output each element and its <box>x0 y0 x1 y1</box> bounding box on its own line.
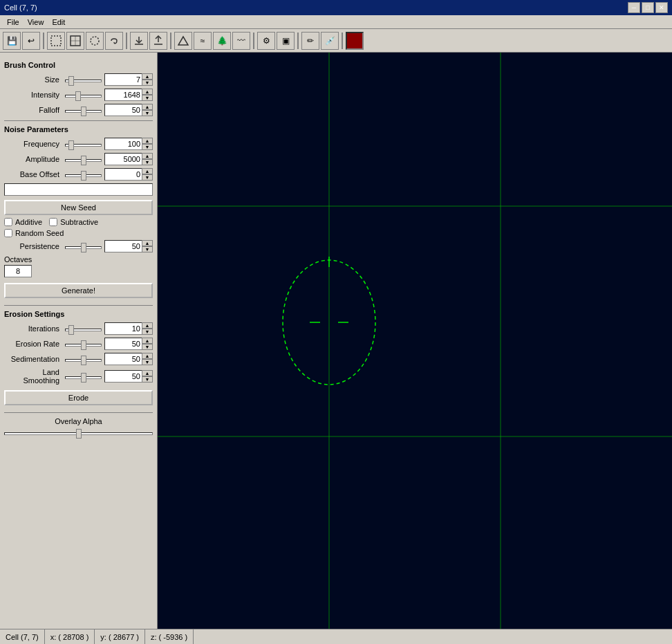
menu-view[interactable]: View <box>24 17 48 28</box>
intensity-input[interactable] <box>104 89 142 101</box>
sedimentation-spin-down[interactable]: ▼ <box>142 359 153 365</box>
import-button[interactable] <box>130 32 148 50</box>
minimize-button[interactable]: ─ <box>628 2 640 13</box>
maximize-button[interactable]: □ <box>642 2 654 13</box>
frequency-input[interactable] <box>104 138 142 150</box>
additive-checkbox[interactable] <box>4 218 12 226</box>
size-spin-buttons: ▲ ▼ <box>142 73 153 86</box>
land-smoothing-spin-up[interactable]: ▲ <box>142 370 153 376</box>
sedimentation-label: Sedimentation <box>4 355 59 363</box>
menu-edit[interactable]: Edit <box>48 17 69 28</box>
sedimentation-spin-buttons: ▲ ▼ <box>142 353 153 365</box>
erosion-rate-spin-down[interactable]: ▼ <box>142 344 153 350</box>
frequency-spinbox: ▲ ▼ <box>104 138 153 150</box>
save-button[interactable]: 💾 <box>3 32 21 50</box>
close-button[interactable]: ✕ <box>655 2 668 13</box>
tree-button[interactable]: 🌲 <box>213 32 231 50</box>
water-button[interactable]: 〰 <box>232 32 250 50</box>
intensity-slider[interactable] <box>65 95 102 98</box>
toolbar-sep-6 <box>342 33 343 49</box>
erosion-rate-spin-up[interactable]: ▲ <box>142 338 153 344</box>
select-rect-button[interactable] <box>47 32 65 50</box>
size-input[interactable] <box>104 73 142 86</box>
size-spin-up[interactable]: ▲ <box>142 73 153 80</box>
title-controls: ─ □ ✕ <box>628 2 668 13</box>
random-seed-checkbox[interactable] <box>4 229 12 237</box>
frequency-slider[interactable] <box>65 144 102 147</box>
intensity-spin-down[interactable]: ▼ <box>142 95 153 101</box>
status-x-text: x: ( 28708 ) <box>50 633 89 641</box>
land-smoothing-input[interactable] <box>104 370 142 383</box>
lasso-button[interactable] <box>105 32 123 50</box>
falloff-spin-down[interactable]: ▼ <box>142 110 153 116</box>
size-slider-wrapper <box>62 75 104 84</box>
view-button[interactable]: ▣ <box>277 32 295 50</box>
amplitude-spin-up[interactable]: ▲ <box>142 153 153 159</box>
undo-button[interactable]: ↩ <box>22 32 40 50</box>
sedimentation-input[interactable] <box>104 353 142 365</box>
base-offset-slider[interactable] <box>65 174 102 177</box>
status-x: x: ( 28708 ) <box>45 629 95 644</box>
persistence-input[interactable] <box>104 240 142 252</box>
toolbar-sep-4 <box>253 33 254 49</box>
iterations-spin-up[interactable]: ▲ <box>142 322 153 329</box>
canvas-area[interactable] <box>158 53 672 629</box>
overlay-alpha-slider[interactable] <box>4 432 153 435</box>
seed-input[interactable] <box>4 183 153 196</box>
iterations-slider[interactable] <box>65 329 102 331</box>
frequency-spin-up[interactable]: ▲ <box>142 138 153 144</box>
svg-rect-0 <box>51 36 61 46</box>
divider-2 <box>4 305 153 306</box>
size-spin-down[interactable]: ▼ <box>142 80 153 86</box>
amplitude-slider-wrapper <box>62 155 104 163</box>
base-offset-spinbox: ▲ ▼ <box>104 168 153 181</box>
intensity-spin-up[interactable]: ▲ <box>142 89 153 95</box>
persistence-spin-up[interactable]: ▲ <box>142 240 153 246</box>
intensity-spin-buttons: ▲ ▼ <box>142 89 153 101</box>
export-button[interactable] <box>149 32 167 50</box>
base-offset-spin-up[interactable]: ▲ <box>142 168 153 174</box>
terrain-button[interactable] <box>174 32 192 50</box>
falloff-input[interactable] <box>104 104 142 116</box>
octaves-input[interactable] <box>4 265 32 277</box>
iterations-spin-down[interactable]: ▼ <box>142 329 153 335</box>
erosion-rate-input[interactable] <box>104 338 142 350</box>
persistence-spin-down[interactable]: ▼ <box>142 246 153 252</box>
sedimentation-slider[interactable] <box>65 359 102 362</box>
base-offset-input[interactable] <box>104 168 142 181</box>
base-offset-spin-down[interactable]: ▼ <box>142 174 153 181</box>
color-box[interactable] <box>346 32 364 50</box>
land-smoothing-slider[interactable] <box>65 376 102 379</box>
erosion-rate-slider[interactable] <box>65 344 102 347</box>
iterations-row: Iterations ▲ ▼ <box>4 322 153 335</box>
amplitude-spin-down[interactable]: ▼ <box>142 159 153 165</box>
erosion-rate-spin-buttons: ▲ ▼ <box>142 338 153 350</box>
land-smoothing-label: Land Smoothing <box>4 368 59 385</box>
size-slider[interactable] <box>65 80 102 82</box>
select-rect2-button[interactable] <box>66 32 84 50</box>
persistence-slider[interactable] <box>65 246 102 249</box>
pencil-button[interactable]: ✏ <box>301 32 319 50</box>
new-seed-button[interactable]: New Seed <box>4 200 153 215</box>
noise-button[interactable]: ≈ <box>194 32 212 50</box>
amplitude-slider[interactable] <box>65 159 102 162</box>
eyedropper-button[interactable]: 💉 <box>321 32 339 50</box>
generate-button[interactable]: Generate! <box>4 283 153 298</box>
iterations-input[interactable] <box>104 322 142 335</box>
status-cell: Cell (7, 7) <box>0 629 45 644</box>
frequency-spin-down[interactable]: ▼ <box>142 144 153 150</box>
subtractive-checkbox[interactable] <box>49 218 57 226</box>
erode-button[interactable]: Erode <box>4 390 153 405</box>
iterations-spin-buttons: ▲ ▼ <box>142 322 153 335</box>
select-circle-button[interactable] <box>86 32 104 50</box>
land-smoothing-spin-down[interactable]: ▼ <box>142 376 153 383</box>
export-icon <box>153 35 164 46</box>
settings-button[interactable]: ⚙ <box>257 32 275 50</box>
falloff-slider[interactable] <box>65 110 102 113</box>
sedimentation-spin-up[interactable]: ▲ <box>142 353 153 359</box>
toolbar-sep-3 <box>170 33 171 49</box>
falloff-spin-up[interactable]: ▲ <box>142 104 153 110</box>
menu-file[interactable]: File <box>3 17 24 28</box>
size-row: Size ▲ ▼ <box>4 73 153 86</box>
amplitude-input[interactable] <box>104 153 142 165</box>
